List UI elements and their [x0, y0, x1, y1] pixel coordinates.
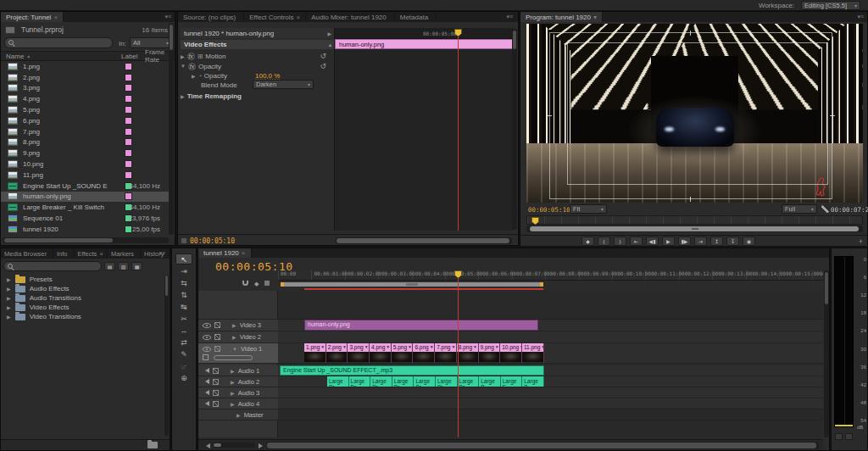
title-safe-guide[interactable]	[567, 42, 828, 185]
reset-effect-icon[interactable]: ↺	[320, 52, 326, 60]
expand-arrow-icon[interactable]: ▶	[181, 93, 185, 99]
panel-menu-icon[interactable]: ▾≡	[854, 12, 867, 22]
panel-menu-icon[interactable]: ▾≡	[155, 250, 169, 257]
clip-menu-icon[interactable]: ▼	[495, 344, 499, 352]
audio-clip[interactable]: Large Br	[370, 376, 392, 387]
timeline-vscrollbar[interactable]	[824, 270, 829, 437]
playback-resolution-dropdown[interactable]: Full ▾	[782, 204, 817, 214]
audio-meter-bars[interactable]	[834, 256, 854, 427]
ec-vscrollbar[interactable]	[512, 29, 517, 230]
sync-lock-icon[interactable]	[213, 401, 219, 407]
image-clip[interactable]: 7.png▼	[435, 343, 457, 363]
new-bin-icon[interactable]	[147, 442, 158, 448]
image-clip[interactable]: 3.png▼	[348, 343, 370, 363]
transport-button[interactable]: ◆	[581, 237, 594, 246]
clip-menu-icon[interactable]: ▼	[364, 344, 369, 352]
expand-arrow-icon[interactable]: ▶	[7, 314, 11, 320]
tab[interactable]: Effects ×	[75, 248, 108, 259]
program-scrub-ruler[interactable]	[526, 215, 863, 225]
stopwatch-icon[interactable]: ◔	[198, 73, 202, 79]
project-item-row[interactable]: Large Breaker _ Kill Switch 44,100 Hz	[1, 202, 169, 213]
effects-bin-row[interactable]: ▶ Presets	[1, 275, 164, 284]
clip-menu-icon[interactable]: ▼	[408, 344, 412, 352]
label-color-swatch[interactable]	[125, 138, 132, 146]
show-keyframes-icon[interactable]: ▶	[327, 31, 331, 36]
project-item-row[interactable]: 6.png	[1, 115, 169, 126]
image-clip[interactable]: 9.png▼	[479, 343, 501, 363]
sync-lock-icon[interactable]	[213, 390, 219, 396]
tool-button[interactable]: ⇄	[175, 337, 192, 348]
tab-project[interactable]: Project: Tunnel ×	[1, 12, 64, 22]
toggle-track-output-icon[interactable]	[203, 323, 211, 328]
sync-lock-icon[interactable]	[214, 346, 220, 352]
project-vscrollbar[interactable]	[169, 23, 174, 235]
transport-button[interactable]: ↥	[710, 237, 723, 246]
tool-button[interactable]: ⇥	[175, 265, 192, 276]
column-label[interactable]: Label	[121, 53, 138, 60]
sync-lock-icon[interactable]	[214, 322, 220, 328]
expand-arrow-icon[interactable]: ▶	[231, 401, 235, 407]
zoom-in-icon[interactable]	[259, 443, 265, 448]
tab[interactable]: Source: (no clips)	[178, 12, 244, 22]
zoom-slider[interactable]	[213, 443, 255, 448]
label-color-swatch[interactable]	[125, 192, 132, 200]
label-color-swatch[interactable]	[125, 63, 132, 70]
expand-arrow-icon[interactable]: ▶	[7, 295, 11, 301]
ec-hscrollbar[interactable]	[336, 237, 512, 244]
project-item-row[interactable]: human-only.png	[1, 192, 169, 203]
time-remapping-row[interactable]: ▶ Time Remapping	[181, 91, 331, 101]
audio-clip[interactable]: Large B	[522, 376, 544, 387]
audio-clip[interactable]: Large Br	[327, 376, 349, 387]
speaker-icon[interactable]	[203, 401, 209, 406]
speaker-icon[interactable]	[203, 379, 209, 384]
transport-button[interactable]: ▶	[662, 237, 675, 246]
guide-handle[interactable]	[690, 31, 691, 36]
audio-clip[interactable]: Large E	[501, 376, 523, 387]
label-color-swatch[interactable]	[125, 171, 132, 179]
opacity-value[interactable]: 100,0 %	[255, 72, 280, 80]
effects-bin-row[interactable]: ▶ Audio Effects	[1, 284, 164, 293]
ec-current-timecode[interactable]: 00:00:05:10	[190, 237, 235, 245]
project-item-row[interactable]: 9.png	[1, 148, 169, 159]
toggle-track-output-icon[interactable]	[203, 347, 211, 352]
sync-lock-icon[interactable]	[213, 368, 219, 374]
work-area-end-handle[interactable]	[540, 282, 543, 287]
effects-bin-row[interactable]: ▶ Audio Transitions	[1, 293, 164, 303]
program-scrollbar[interactable]	[526, 226, 863, 232]
tool-button[interactable]: ✂	[175, 313, 192, 324]
guide-handle[interactable]	[830, 115, 835, 116]
image-clip[interactable]: 8.png▼	[457, 343, 479, 363]
label-color-swatch[interactable]	[125, 84, 132, 92]
audio-clip[interactable]: Large Br	[436, 376, 458, 387]
image-clip[interactable]: 11.png▼	[522, 343, 544, 363]
project-item-row[interactable]: 3.png	[1, 83, 169, 94]
tool-button[interactable]: ⇅	[175, 289, 192, 300]
audio-clip[interactable]: Large B	[479, 376, 501, 387]
expand-arrow-icon[interactable]: ▶	[232, 334, 236, 340]
work-area-bar[interactable]	[281, 282, 543, 287]
project-item-row[interactable]: 1.png	[1, 61, 169, 72]
filter-effects-button[interactable]: ▤	[104, 262, 115, 270]
transport-button[interactable]: ◉	[743, 237, 755, 246]
tab[interactable]: Audio Mixer: tunnel 1920	[306, 12, 395, 22]
project-item-row[interactable]: Sequence 01 23,976 fps	[1, 213, 169, 224]
expand-arrow-icon[interactable]: ▶	[7, 304, 11, 310]
close-icon[interactable]: ×	[297, 14, 301, 21]
set-display-style-icon[interactable]	[203, 354, 209, 360]
video-effects-header[interactable]: Video Effects ▴	[181, 40, 335, 49]
image-clip[interactable]: 4.png▼	[370, 343, 392, 363]
project-search-input[interactable]	[4, 37, 113, 48]
label-color-swatch[interactable]	[125, 95, 132, 103]
project-item-row[interactable]: 4.png	[1, 93, 169, 104]
expand-arrow-icon[interactable]: ▶	[236, 412, 241, 418]
speaker-icon[interactable]	[203, 368, 209, 373]
expand-arrow-icon[interactable]: ▶	[231, 379, 235, 385]
tab[interactable]: Media Browser	[1, 248, 53, 259]
image-clip[interactable]: 5.png▼	[392, 343, 414, 363]
audio-clip[interactable]: Large Br	[414, 376, 436, 387]
edit-workarea-icon[interactable]	[264, 281, 270, 286]
collapse-arrow-icon[interactable]: ▼	[181, 64, 186, 69]
label-color-swatch[interactable]	[125, 128, 132, 136]
project-item-row[interactable]: Engine Start Up _SOUND E 44,100 Hz	[1, 181, 169, 192]
tab[interactable]: Metadata	[395, 12, 437, 22]
